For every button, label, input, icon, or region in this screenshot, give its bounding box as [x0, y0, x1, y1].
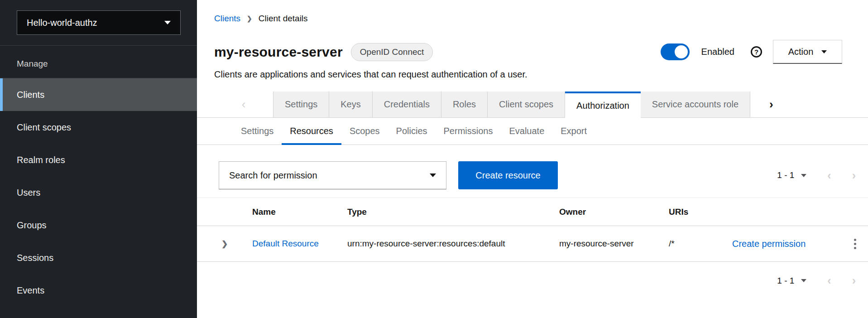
pagination-range: 1 - 1 [777, 276, 794, 286]
sidebar-item-events[interactable]: Events [0, 274, 197, 307]
subtab-resources[interactable]: Resources [282, 118, 341, 145]
cell-owner: my-resource-server [559, 239, 669, 249]
column-header-type: Type [347, 207, 559, 217]
subtab-label: Policies [396, 126, 427, 136]
previous-page-button[interactable]: ‹ [827, 275, 831, 286]
create-permission-link[interactable]: Create permission [732, 239, 806, 249]
table-row: ❯ Default Resource urn:my-resource-serve… [197, 226, 868, 262]
page-title: my-resource-server [214, 44, 343, 60]
tab-client-scopes[interactable]: Client scopes [488, 92, 565, 117]
tab-label: Client scopes [499, 99, 553, 110]
breadcrumb-current: Client details [259, 14, 308, 24]
tab-service-accounts-roles[interactable]: Service accounts role [641, 92, 750, 117]
nav-section-label: Manage [17, 59, 197, 69]
tab-keys[interactable]: Keys [329, 92, 372, 117]
search-permission-select[interactable]: Search for permission [219, 161, 446, 189]
subtab-evaluate[interactable]: Evaluate [501, 118, 552, 145]
pagination-bottom-wrap: 1 - 1 ‹ › [197, 275, 856, 286]
pagination-menu-toggle[interactable]: 1 - 1 [777, 276, 806, 286]
pagination-top: 1 - 1 ‹ › [777, 170, 856, 181]
enabled-label: Enabled [701, 47, 734, 57]
kebab-menu-icon [854, 239, 856, 249]
sidebar-item-clients[interactable]: Clients [0, 78, 197, 111]
row-expand-button[interactable]: ❯ [197, 239, 252, 249]
keycloak-admin-console: Hello-world-authz Manage Clients Client … [0, 0, 868, 318]
protocol-badge: OpenID Connect [351, 43, 433, 61]
cell-uris: /* [669, 239, 732, 249]
create-resource-label: Create resource [475, 170, 540, 181]
subtab-label: Evaluate [509, 126, 544, 136]
chevron-down-icon [164, 21, 171, 24]
pagination-nav: ‹ › [806, 170, 856, 181]
table-header-row: Name Type Owner URIs [197, 198, 868, 226]
next-page-button[interactable]: › [852, 170, 856, 181]
breadcrumb-clients-link[interactable]: Clients [214, 14, 240, 24]
sidebar-item-realm-roles[interactable]: Realm roles [0, 144, 197, 176]
pagination-menu-toggle[interactable]: 1 - 1 [777, 170, 806, 180]
realm-selector[interactable]: Hello-world-authz [17, 10, 181, 35]
subtab-policies[interactable]: Policies [388, 118, 436, 145]
tab-label: Authorization [576, 101, 629, 111]
tab-credentials[interactable]: Credentials [373, 92, 441, 117]
client-header: my-resource-server OpenID Connect Enable… [214, 40, 842, 64]
tab-roles[interactable]: Roles [441, 92, 488, 117]
caret-down-icon [801, 174, 806, 177]
pagination-range: 1 - 1 [777, 170, 794, 180]
pagination-bottom: 1 - 1 ‹ › [777, 275, 856, 286]
breadcrumb: Clients ❯ Client details [214, 14, 868, 24]
sidebar-item-users[interactable]: Users [0, 176, 197, 209]
subtab-scopes[interactable]: Scopes [341, 118, 388, 145]
subtab-label: Export [561, 126, 587, 136]
caret-down-icon [801, 279, 806, 282]
sidebar: Hello-world-authz Manage Clients Client … [0, 0, 197, 318]
chevron-right-icon: ❯ [221, 239, 228, 249]
header-controls: Enabled ? Action [661, 40, 842, 64]
search-select-placeholder: Search for permission [229, 170, 317, 181]
tab-scroll-left-button[interactable]: ‹ [214, 92, 273, 117]
resource-name-link[interactable]: Default Resource [252, 239, 319, 248]
row-kebab-button[interactable] [842, 239, 868, 249]
cell-action: Create permission [732, 239, 842, 249]
client-tabs: ‹ Settings Keys Credentials Roles Client… [197, 92, 868, 118]
breadcrumb-separator-icon: ❯ [247, 15, 252, 22]
tab-label: Keys [340, 99, 360, 110]
sidebar-item-client-scopes[interactable]: Client scopes [0, 111, 197, 144]
sidebar-item-label: Users [17, 188, 40, 198]
chevron-down-icon [430, 173, 436, 177]
subtab-settings[interactable]: Settings [233, 118, 282, 145]
toggle-knob [675, 45, 688, 58]
action-label: Action [788, 47, 814, 57]
cell-type: urn:my-resource-server:resources:default [347, 239, 559, 249]
tab-settings[interactable]: Settings [273, 92, 329, 117]
subtab-label: Settings [241, 126, 273, 136]
action-dropdown-button[interactable]: Action [773, 40, 842, 64]
resources-toolbar: Search for permission Create resource 1 … [219, 161, 856, 189]
subtab-permissions[interactable]: Permissions [436, 118, 501, 145]
pagination-nav: ‹ › [806, 275, 856, 286]
help-glyph: ? [754, 48, 758, 56]
cell-name: Default Resource [252, 239, 347, 249]
tab-authorization[interactable]: Authorization [565, 92, 641, 118]
question-circle-icon[interactable]: ? [751, 46, 762, 58]
realm-section: Hello-world-authz [0, 0, 197, 46]
subtab-label: Scopes [350, 126, 380, 136]
subtab-label: Permissions [444, 126, 493, 136]
enabled-toggle[interactable] [661, 43, 690, 60]
sidebar-item-label: Realm roles [17, 155, 65, 165]
sidebar-item-label: Groups [17, 220, 47, 231]
next-page-button[interactable]: › [852, 275, 856, 286]
tab-scroll-right-button[interactable]: › [769, 92, 801, 117]
tab-label: Service accounts role [652, 99, 739, 110]
chevron-left-icon: ‹ [242, 97, 246, 111]
subtab-export[interactable]: Export [552, 118, 595, 145]
sidebar-item-groups[interactable]: Groups [0, 209, 197, 241]
create-resource-button[interactable]: Create resource [458, 161, 558, 189]
column-header-name: Name [252, 207, 347, 217]
sidebar-item-label: Sessions [17, 253, 53, 263]
chevron-down-icon [821, 50, 827, 53]
previous-page-button[interactable]: ‹ [827, 170, 831, 181]
sidebar-item-sessions[interactable]: Sessions [0, 241, 197, 274]
sidebar-item-label: Events [17, 285, 44, 296]
column-header-owner: Owner [559, 207, 669, 217]
realm-name: Hello-world-authz [27, 18, 97, 28]
